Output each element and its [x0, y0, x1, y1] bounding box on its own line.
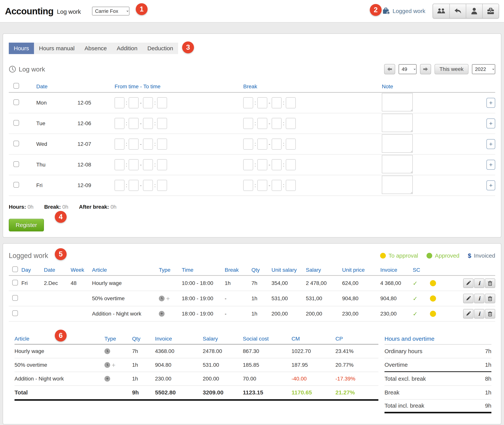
- break-from-minute-input[interactable]: [257, 159, 267, 170]
- previous-week-button[interactable]: [384, 64, 395, 74]
- to-minute-input[interactable]: [157, 118, 167, 129]
- row-checkbox[interactable]: [13, 120, 19, 126]
- column-unit-price[interactable]: Unit price: [342, 267, 380, 273]
- employees-button[interactable]: [433, 4, 449, 18]
- column-sc[interactable]: SC: [413, 267, 430, 273]
- column-week[interactable]: Week: [71, 267, 92, 273]
- column-type[interactable]: Type: [104, 336, 132, 342]
- to-minute-input[interactable]: [157, 159, 167, 170]
- break-to-hour-input[interactable]: [272, 97, 282, 108]
- to-hour-input[interactable]: [143, 118, 153, 129]
- next-week-button[interactable]: [420, 64, 431, 74]
- info-button[interactable]: i: [474, 309, 484, 319]
- break-from-minute-input[interactable]: [257, 139, 267, 150]
- break-to-minute-input[interactable]: [286, 139, 296, 150]
- user-button[interactable]: [466, 4, 482, 18]
- row-checkbox[interactable]: [12, 280, 18, 286]
- note-textarea[interactable]: [382, 155, 413, 173]
- column-invoice[interactable]: Invoice: [380, 267, 413, 273]
- row-checkbox[interactable]: [13, 161, 19, 167]
- break-to-minute-input[interactable]: [286, 159, 296, 170]
- note-textarea[interactable]: [382, 114, 413, 132]
- add-row-button[interactable]: +: [486, 119, 495, 128]
- column-unit-salary[interactable]: Unit salary: [271, 267, 306, 273]
- edit-button[interactable]: [463, 279, 473, 288]
- column-invoice[interactable]: Invoice: [155, 336, 203, 342]
- edit-button[interactable]: [463, 309, 473, 319]
- column-cm[interactable]: CM: [291, 336, 336, 342]
- year-select[interactable]: 2022: [472, 64, 495, 74]
- column-from-to-time[interactable]: From time - To time: [115, 84, 243, 90]
- column-note[interactable]: Note: [382, 84, 482, 90]
- column-date[interactable]: Date: [36, 84, 78, 90]
- column-qty[interactable]: Qty: [132, 336, 155, 342]
- break-to-hour-input[interactable]: [272, 139, 282, 150]
- row-checkbox[interactable]: [13, 99, 19, 105]
- from-hour-input[interactable]: [115, 118, 124, 129]
- break-from-minute-input[interactable]: [257, 180, 267, 191]
- row-checkbox[interactable]: [12, 310, 18, 316]
- column-time[interactable]: Time: [182, 267, 225, 273]
- to-hour-input[interactable]: [143, 97, 153, 108]
- add-row-button[interactable]: +: [486, 98, 495, 108]
- break-to-minute-input[interactable]: [286, 180, 296, 191]
- tab-absence[interactable]: Absence: [80, 43, 112, 54]
- from-hour-input[interactable]: [115, 139, 124, 150]
- from-minute-input[interactable]: [129, 180, 139, 191]
- add-row-button[interactable]: +: [486, 160, 495, 170]
- employee-select[interactable]: Carrie Fox: [92, 7, 129, 15]
- select-all-checkbox[interactable]: [13, 83, 19, 89]
- break-from-minute-input[interactable]: [257, 97, 267, 108]
- break-from-hour-input[interactable]: [243, 139, 253, 150]
- note-textarea[interactable]: [382, 134, 413, 153]
- from-minute-input[interactable]: [129, 159, 139, 170]
- column-salary[interactable]: Salary: [203, 336, 243, 342]
- tab-hours-manual[interactable]: Hours manual: [34, 43, 80, 54]
- from-hour-input[interactable]: [115, 159, 124, 170]
- to-minute-input[interactable]: [157, 97, 167, 108]
- delete-button[interactable]: [485, 294, 495, 303]
- select-all-checkbox[interactable]: [12, 266, 18, 272]
- break-to-minute-input[interactable]: [286, 97, 296, 108]
- add-row-button[interactable]: +: [486, 139, 495, 149]
- to-hour-input[interactable]: [143, 180, 153, 191]
- break-to-hour-input[interactable]: [272, 118, 282, 129]
- break-from-hour-input[interactable]: [243, 159, 253, 170]
- this-week-button[interactable]: This week: [434, 64, 468, 74]
- register-button[interactable]: Register: [9, 219, 44, 232]
- to-hour-input[interactable]: [143, 159, 153, 170]
- add-row-button[interactable]: +: [486, 180, 495, 190]
- back-button[interactable]: [449, 4, 466, 18]
- edit-button[interactable]: [463, 294, 473, 303]
- break-from-hour-input[interactable]: [243, 97, 253, 108]
- column-type[interactable]: Type: [159, 267, 182, 273]
- break-from-hour-input[interactable]: [243, 118, 253, 129]
- tab-hours[interactable]: Hours: [9, 43, 34, 54]
- row-checkbox[interactable]: [13, 182, 19, 188]
- info-button[interactable]: i: [474, 279, 484, 288]
- column-social-cost[interactable]: Social cost: [243, 336, 291, 342]
- break-to-minute-input[interactable]: [286, 118, 296, 129]
- row-checkbox[interactable]: [12, 295, 18, 301]
- tab-deduction[interactable]: Deduction: [142, 43, 178, 54]
- column-article[interactable]: Article: [92, 267, 159, 273]
- column-break[interactable]: Break: [243, 84, 382, 90]
- column-day[interactable]: Day: [21, 267, 44, 273]
- info-button[interactable]: i: [474, 294, 484, 303]
- note-textarea[interactable]: [382, 93, 413, 111]
- from-hour-input[interactable]: [115, 180, 124, 191]
- column-date[interactable]: Date: [44, 267, 71, 273]
- to-hour-input[interactable]: [143, 139, 153, 150]
- jobs-button[interactable]: [482, 4, 499, 18]
- column-cp[interactable]: CP: [336, 336, 378, 342]
- delete-button[interactable]: [485, 279, 495, 288]
- column-break[interactable]: Break: [225, 267, 252, 273]
- column-qty[interactable]: Qty: [252, 267, 271, 273]
- tab-addition[interactable]: Addition: [112, 43, 142, 54]
- break-from-minute-input[interactable]: [257, 118, 267, 129]
- from-minute-input[interactable]: [129, 97, 139, 108]
- row-checkbox[interactable]: [13, 141, 19, 146]
- from-hour-input[interactable]: [115, 97, 124, 108]
- note-textarea[interactable]: [382, 176, 413, 194]
- break-from-hour-input[interactable]: [243, 180, 253, 191]
